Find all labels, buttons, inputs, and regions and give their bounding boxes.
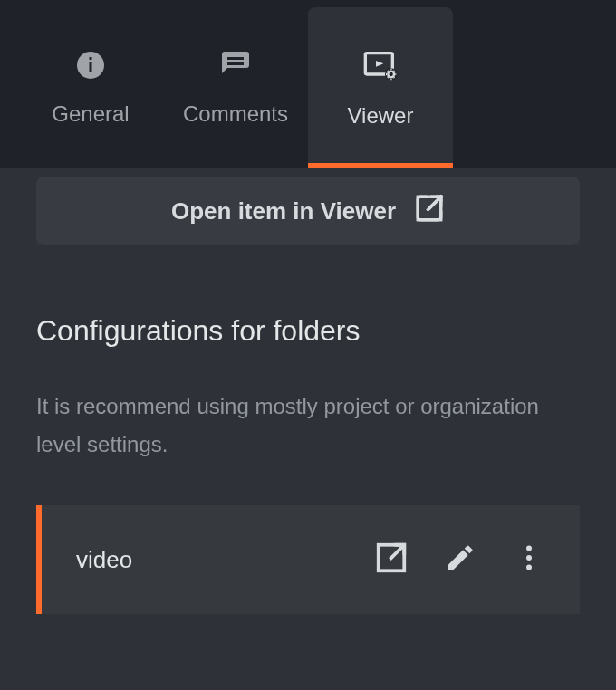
info-icon (74, 49, 107, 81)
tab-label: Viewer (348, 103, 414, 129)
svg-rect-3 (227, 57, 244, 60)
svg-rect-4 (227, 62, 244, 65)
open-external-icon (414, 193, 445, 230)
svg-rect-2 (90, 57, 92, 60)
open-in-viewer-button[interactable]: Open item in Viewer (36, 177, 580, 245)
config-open-button[interactable] (361, 529, 422, 590)
tab-general[interactable]: General (18, 7, 163, 168)
open-external-icon (374, 541, 409, 579)
config-edit-button[interactable] (429, 529, 491, 590)
content: Open item in Viewer Configurations for f… (0, 168, 616, 650)
config-more-button[interactable] (498, 529, 560, 590)
svg-point-10 (526, 555, 532, 561)
svg-point-9 (526, 546, 532, 551)
svg-point-11 (526, 565, 532, 570)
config-list: video (36, 505, 580, 614)
pencil-icon (444, 541, 476, 578)
section-description: It is recommend using mostly project or … (36, 388, 580, 464)
tabs: General Comments Viewer (0, 7, 616, 168)
more-vert-icon (513, 541, 545, 578)
config-name: video (76, 546, 361, 574)
tab-comments[interactable]: Comments (163, 7, 308, 168)
viewer-icon (362, 47, 399, 83)
section-title: Configurations for folders (36, 314, 580, 348)
svg-rect-1 (90, 62, 92, 72)
comment-icon (219, 49, 252, 81)
tab-label: General (52, 101, 129, 127)
tab-label: Comments (183, 101, 288, 127)
tab-viewer[interactable]: Viewer (308, 7, 453, 168)
config-item: video (36, 505, 580, 614)
topbar (0, 0, 616, 7)
open-in-viewer-label: Open item in Viewer (171, 197, 396, 225)
